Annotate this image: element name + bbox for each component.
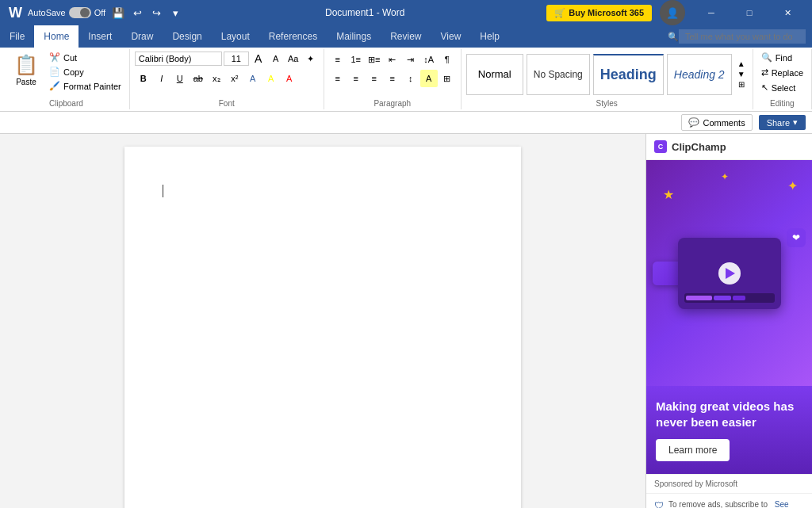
bullets-button[interactable]: ≡ bbox=[329, 51, 347, 68]
redo-icon[interactable]: ↪ bbox=[148, 5, 164, 21]
align-left-button[interactable]: ≡ bbox=[329, 70, 347, 87]
select-button[interactable]: ↖ Select bbox=[758, 81, 799, 94]
para-row-1: ≡ 1≡ ⊞≡ ⇤ ⇥ ↕A ¶ bbox=[329, 51, 456, 68]
decrease-indent-button[interactable]: ⇤ bbox=[384, 51, 401, 68]
subscript-button[interactable]: x₂ bbox=[208, 70, 225, 87]
superscript-button[interactable]: x² bbox=[226, 70, 243, 87]
change-case-button[interactable]: Aa bbox=[285, 51, 301, 67]
ad-title: ClipChamp bbox=[672, 141, 726, 153]
line-spacing-button[interactable]: ↕ bbox=[402, 70, 419, 87]
style-normal[interactable]: Normal bbox=[466, 54, 523, 95]
ad-footer: 🛡 To remove ads, subscribe to Microsoft … bbox=[646, 493, 812, 508]
text-highlight-button[interactable]: A bbox=[262, 70, 280, 87]
tab-draw[interactable]: Draw bbox=[121, 25, 163, 48]
find-button[interactable]: 🔍 Find bbox=[758, 51, 795, 64]
increase-indent-button[interactable]: ⇥ bbox=[402, 51, 419, 68]
tab-review[interactable]: Review bbox=[381, 25, 431, 48]
ad-visual: ★ ✦ ★ ✦ bbox=[646, 160, 812, 386]
cut-icon: ✂️ bbox=[49, 52, 60, 63]
sort-button[interactable]: ↕A bbox=[420, 51, 438, 68]
side-panel: C ClipChamp ★ ✦ ★ ✦ bbox=[645, 134, 812, 508]
document-area[interactable] bbox=[0, 134, 645, 508]
save-icon[interactable]: 💾 bbox=[110, 5, 126, 21]
ad-cta-button[interactable]: Learn more bbox=[656, 439, 730, 461]
clipboard-group: 📋 Paste ✂️Cut 📄Copy 🖌️Format Painter Cli… bbox=[3, 49, 130, 109]
shading-button[interactable]: A bbox=[420, 70, 438, 87]
styles-scroll-up[interactable]: ▲ bbox=[735, 59, 748, 68]
clipchamp-ad: C ClipChamp ★ ✦ ★ ✦ bbox=[646, 134, 812, 508]
style-heading2[interactable]: Heading 2 bbox=[667, 54, 732, 95]
document-page[interactable] bbox=[124, 147, 521, 508]
numbering-button[interactable]: 1≡ bbox=[347, 51, 365, 68]
style-no-spacing[interactable]: No Spacing bbox=[527, 54, 590, 95]
underline-button[interactable]: U bbox=[171, 70, 189, 87]
bold-button[interactable]: B bbox=[135, 70, 152, 87]
clear-formatting-button[interactable]: ✦ bbox=[303, 51, 319, 67]
clipboard-small-btns: ✂️Cut 📄Copy 🖌️Format Painter bbox=[46, 51, 124, 93]
copy-icon: 📄 bbox=[49, 67, 60, 77]
font-size-input[interactable] bbox=[224, 52, 249, 66]
timeline-track-1 bbox=[686, 296, 712, 300]
styles-scroll-down[interactable]: ▼ bbox=[735, 70, 748, 78]
styles-area: Normal No Spacing Heading Heading 2 ▲ ▼ … bbox=[466, 54, 748, 95]
tab-mailings[interactable]: Mailings bbox=[327, 25, 381, 48]
select-icon: ↖ bbox=[761, 82, 768, 93]
comments-button[interactable]: 💬 Comments bbox=[681, 114, 752, 131]
quick-save-icons: 💾 ↩ ↪ ▾ bbox=[110, 5, 183, 21]
tab-help[interactable]: Help bbox=[470, 25, 509, 48]
editing-group: 🔍 Find ⇄ Replace ↖ Select Editing bbox=[753, 49, 812, 109]
text-effects-button[interactable]: A bbox=[244, 70, 262, 87]
floating-heart: ❤ bbox=[787, 228, 806, 247]
format-painter-button[interactable]: 🖌️Format Painter bbox=[46, 79, 124, 93]
search-input[interactable] bbox=[679, 29, 806, 44]
copy-button[interactable]: 📄Copy bbox=[46, 65, 124, 78]
tab-references[interactable]: References bbox=[259, 25, 327, 48]
document-title: Document1 - Word bbox=[183, 7, 546, 18]
italic-button[interactable]: I bbox=[153, 70, 170, 87]
share-button[interactable]: Share ▾ bbox=[759, 115, 806, 130]
tab-view[interactable]: View bbox=[431, 25, 471, 48]
collab-bar: 💬 Comments Share ▾ bbox=[0, 112, 812, 134]
undo-icon[interactable]: ↩ bbox=[129, 5, 145, 21]
tab-design[interactable]: Design bbox=[163, 25, 211, 48]
autosave-toggle[interactable] bbox=[69, 7, 91, 18]
format-painter-icon: 🖌️ bbox=[49, 81, 60, 91]
styles-scroll-buttons: ▲ ▼ ⊞ bbox=[735, 59, 748, 89]
align-center-button[interactable]: ≡ bbox=[347, 70, 365, 87]
font-color-button[interactable]: A bbox=[281, 70, 298, 87]
minimize-button[interactable]: ─ bbox=[693, 0, 730, 25]
show-marks-button[interactable]: ¶ bbox=[439, 51, 456, 68]
tab-home[interactable]: Home bbox=[34, 25, 79, 48]
title-bar-left: W AutoSave Off 💾 ↩ ↪ ▾ bbox=[6, 5, 183, 21]
font-row-1: A A Aa ✦ bbox=[135, 51, 319, 67]
font-family-input[interactable] bbox=[135, 52, 222, 66]
close-button[interactable]: ✕ bbox=[769, 0, 806, 25]
comment-icon: 💬 bbox=[688, 117, 699, 128]
user-avatar[interactable]: 👤 bbox=[660, 0, 685, 25]
font-size-decrease-button[interactable]: A bbox=[268, 51, 284, 67]
multilevel-list-button[interactable]: ⊞≡ bbox=[366, 51, 383, 68]
restore-button[interactable]: □ bbox=[731, 0, 768, 25]
styles-more[interactable]: ⊞ bbox=[735, 80, 748, 89]
more-icon[interactable]: ▾ bbox=[167, 5, 183, 21]
paste-button[interactable]: 📋 Paste bbox=[8, 51, 44, 90]
see-benefits-link[interactable]: See benefits bbox=[775, 500, 804, 508]
buy-microsoft-button[interactable]: 🛒 Buy Microsoft 365 bbox=[546, 5, 652, 21]
tab-file[interactable]: File bbox=[0, 25, 34, 48]
tab-insert[interactable]: Insert bbox=[79, 25, 121, 48]
word-logo-icon: W bbox=[6, 5, 25, 21]
play-button[interactable] bbox=[718, 262, 741, 285]
cut-button[interactable]: ✂️Cut bbox=[46, 51, 124, 64]
tab-layout[interactable]: Layout bbox=[212, 25, 259, 48]
style-heading1[interactable]: Heading bbox=[593, 54, 664, 95]
editing-group-content: 🔍 Find ⇄ Replace ↖ Select bbox=[758, 51, 806, 97]
strikethrough-button[interactable]: ab bbox=[190, 70, 207, 87]
timeline-track-2 bbox=[714, 296, 731, 300]
borders-button[interactable]: ⊞ bbox=[439, 70, 456, 87]
align-right-button[interactable]: ≡ bbox=[366, 70, 383, 87]
font-size-increase-button[interactable]: A bbox=[251, 51, 266, 67]
justify-button[interactable]: ≡ bbox=[384, 70, 401, 87]
replace-icon: ⇄ bbox=[761, 67, 768, 78]
replace-button[interactable]: ⇄ Replace bbox=[758, 66, 806, 79]
font-group-content: A A Aa ✦ B I U ab x₂ x² A A A bbox=[135, 51, 319, 97]
